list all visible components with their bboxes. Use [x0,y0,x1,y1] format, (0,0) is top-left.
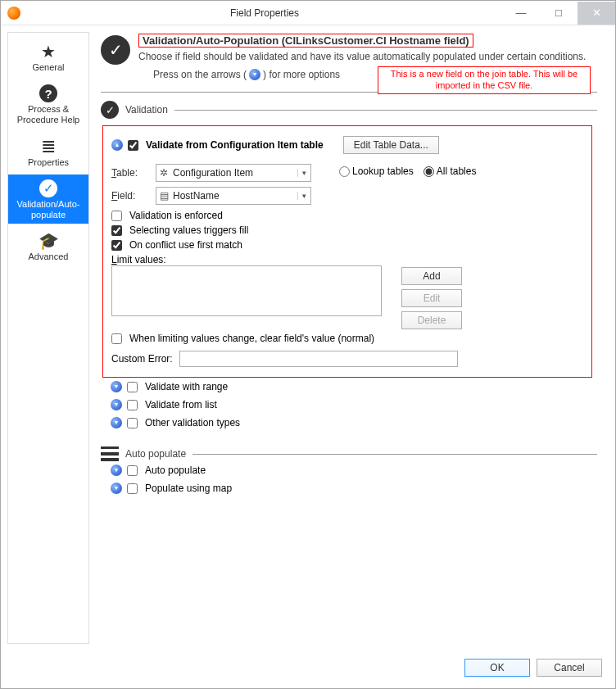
validate-from-table-checkbox[interactable] [128,140,138,151]
expand-icon[interactable] [111,465,122,476]
dialog-footer: OK Cancel [1,650,615,688]
expand-icon[interactable] [111,399,122,410]
field-properties-window: Field Properties — □ ✕ ★ General ? Proce… [0,0,616,689]
add-button[interactable]: Add [401,267,462,285]
cancel-button[interactable]: Cancel [537,659,602,677]
sidebar-item-validation[interactable]: ✓ Validation/Auto-populate [8,175,88,224]
limit-values-list[interactable] [111,265,382,316]
delete-button[interactable]: Delete [401,311,462,329]
table-combo[interactable]: ✲ Configuration Item ▾ [156,164,311,182]
validation-section-label: Validation [125,104,168,116]
sidebar: ★ General ? Process & Procedure Help ≣ P… [7,32,89,644]
validation-group: Validate from Configuration Item table E… [102,125,592,378]
expand-icon[interactable] [111,381,122,392]
validate-range-label: Validate with range [145,381,228,392]
auto-populate-label: Auto populate [145,465,206,476]
expand-icon[interactable] [111,417,122,428]
sidebar-item-general[interactable]: ★ General [8,38,88,76]
first-match-label: On conflict use first match [129,239,242,251]
table-combo-value: Configuration Item [171,167,297,179]
field-combo-value: HostName [171,190,297,202]
sidebar-label-validation: Validation/Auto-populate [10,199,87,220]
minimize-button[interactable]: — [502,2,540,25]
star-icon: ★ [10,41,87,62]
chevron-down-icon[interactable]: ▾ [297,169,310,177]
collapse-icon[interactable] [111,139,123,151]
page-title: Validation/Auto-Population (CILinksCusto… [139,33,473,48]
other-validation-checkbox[interactable] [127,418,138,428]
app-icon [7,7,20,20]
lookup-tables-radio[interactable]: Lookup tables [334,165,414,177]
validate-from-table-label: Validate from Configuration Item table [146,139,324,151]
sidebar-item-process-help[interactable]: ? Process & Procedure Help [8,79,88,129]
entity-icon: ✲ [156,167,171,179]
validation-enforced-checkbox[interactable] [111,211,122,221]
field-combo[interactable]: ▤ HostName ▾ [156,187,311,205]
maximize-button[interactable]: □ [540,2,578,25]
autopopulate-section-label: Auto populate [125,448,186,460]
edit-table-data-button[interactable]: Edit Table Data... [343,136,439,154]
other-validation-label: Other validation types [145,417,240,428]
sidebar-label-advanced: Advanced [10,252,87,262]
all-tables-radio[interactable]: All tables [419,165,477,177]
sidebar-item-properties[interactable]: ≣ Properties [8,133,88,171]
validation-enforced-label: Validation is enforced [129,210,223,221]
triggers-fill-checkbox[interactable] [111,225,122,236]
window-title: Field Properties [27,7,502,19]
validate-list-checkbox[interactable] [127,400,138,410]
ok-button[interactable]: OK [464,659,530,677]
list-icon: ≣ [10,136,87,157]
sidebar-label-general: General [10,62,87,73]
sidebar-label-properties: Properties [10,157,87,168]
custom-error-label: Custom Error: [111,353,173,365]
chevron-down-icon[interactable]: ▾ [297,192,310,200]
validation-section-icon: ✓ [101,101,119,119]
first-match-checkbox[interactable] [111,240,122,251]
edit-button[interactable]: Edit [401,289,462,307]
table-label: Table: [111,167,151,179]
main-panel: ✓ Validation/Auto-Population (CILinksCus… [89,25,609,650]
when-limiting-checkbox[interactable] [111,333,122,344]
graduation-icon: 🎓 [10,230,87,252]
annotation-callout: This is a new field on the join table. T… [378,66,591,94]
titlebar[interactable]: Field Properties — □ ✕ [1,1,615,25]
populate-map-label: Populate using map [145,483,232,494]
expand-icon[interactable] [111,483,122,494]
when-limiting-label: When limiting values change, clear field… [129,333,374,344]
field-label: Field: [111,190,151,202]
custom-error-input[interactable] [179,351,458,367]
populate-map-checkbox[interactable] [127,483,138,494]
validate-range-checkbox[interactable] [127,382,138,392]
question-icon: ? [10,83,87,104]
auto-populate-checkbox[interactable] [127,465,138,476]
page-subtitle: Choose if field should be validated and … [138,51,597,62]
sidebar-item-advanced[interactable]: 🎓 Advanced [8,227,88,265]
close-button[interactable]: ✕ [578,2,615,25]
autopopulate-section-icon [101,446,119,461]
sidebar-label-process-help: Process & Procedure Help [10,104,87,125]
check-circle-icon: ✓ [10,178,87,199]
limit-values-label: Limit values: [111,254,382,265]
check-icon: ✓ [101,35,130,65]
arrow-down-icon [249,69,260,80]
validate-list-label: Validate from list [145,399,217,410]
triggers-fill-label: Selecting values triggers fill [129,224,248,236]
document-icon: ▤ [156,190,171,202]
